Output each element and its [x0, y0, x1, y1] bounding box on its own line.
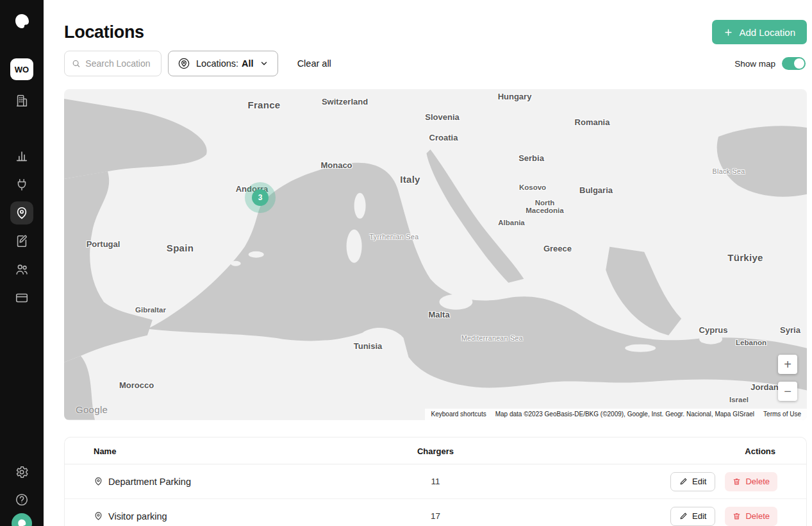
- zoom-in-button[interactable]: +: [778, 355, 797, 374]
- add-location-button[interactable]: Add Location: [712, 20, 807, 44]
- charger-plug-icon: [15, 178, 29, 192]
- pencil-icon: [679, 477, 688, 486]
- zoom-out-button[interactable]: −: [778, 382, 797, 401]
- table-body: Department Parking 11 Edit Delete Visito…: [65, 464, 806, 526]
- google-logo: Google: [76, 404, 108, 415]
- delete-button[interactable]: Delete: [725, 507, 777, 526]
- filter-label: Locations:: [196, 58, 238, 69]
- sidebar-item-installations[interactable]: [14, 233, 29, 249]
- search-input[interactable]: [85, 58, 154, 69]
- location-pin-icon: [94, 511, 103, 521]
- map-label-albania: Albania: [498, 219, 525, 226]
- map-label-spain: Spain: [167, 242, 194, 253]
- column-header-actions: Actions: [487, 446, 807, 456]
- page-header: Locations Add Location: [64, 20, 807, 44]
- map-labels: FranceSwitzerlandHungarySloveniaCroatiaR…: [64, 89, 807, 420]
- map-label-tunisia: Tunisia: [354, 341, 383, 351]
- map-label-mediterranean-sea: Mediterranean Sea: [461, 334, 523, 342]
- row-name: Department Parking: [108, 477, 191, 487]
- chevron-down-icon: [260, 59, 269, 68]
- map-label-monaco: Monaco: [320, 160, 352, 170]
- map-label-switzerland: Switzerland: [322, 97, 368, 106]
- row-name: Visitor parking: [108, 511, 167, 522]
- map-label-morocco: Morocco: [119, 380, 154, 390]
- locations-filter-dropdown[interactable]: Locations: All: [168, 51, 278, 76]
- clear-all-button[interactable]: Clear all: [297, 58, 331, 69]
- map-label-bulgaria: Bulgaria: [579, 185, 613, 195]
- map-cluster[interactable]: 3: [252, 189, 269, 206]
- map-data-attribution: Map data ©2023 GeoBasis-DE/BKG (©2009), …: [495, 411, 754, 418]
- building-icon: [15, 94, 29, 108]
- bar-chart-icon: [15, 149, 29, 163]
- show-map-label: Show map: [734, 59, 775, 69]
- map-label-tyrrhenian-sea: Tyrrhenian Sea: [370, 233, 419, 241]
- location-name-cell: Department Parking: [65, 477, 385, 487]
- main-content: Locations Add Location Locations: All Cl…: [44, 0, 812, 526]
- toggle-knob: [794, 58, 804, 69]
- show-map-toggle[interactable]: [782, 57, 806, 70]
- map-label-syria: Syria: [780, 325, 800, 335]
- sidebar-item-billing[interactable]: [14, 290, 29, 305]
- map-label-cyprus: Cyprus: [699, 325, 728, 335]
- map-label-portugal: Portugal: [87, 239, 120, 249]
- app-logo-icon[interactable]: [13, 12, 31, 30]
- app-root: WO: [0, 0, 812, 526]
- gear-icon: [15, 465, 29, 479]
- document-edit-icon: [15, 234, 29, 248]
- page-title: Locations: [64, 22, 144, 42]
- map-label-lebanon: Lebanon: [736, 339, 766, 346]
- show-map-control: Show map: [734, 57, 807, 70]
- row-actions: Edit Delete: [487, 507, 807, 526]
- edit-button[interactable]: Edit: [670, 507, 715, 526]
- location-pin-icon: [15, 206, 29, 220]
- location-pin-icon: [94, 477, 103, 486]
- edit-button[interactable]: Edit: [670, 472, 715, 491]
- map-label-black-sea: Black Sea: [713, 167, 745, 175]
- row-chargers: 11: [385, 477, 487, 486]
- trash-icon: [733, 477, 741, 486]
- delete-button-label: Delete: [745, 477, 770, 486]
- map-label-malta: Malta: [428, 310, 449, 319]
- pin-circle-icon: [178, 57, 190, 70]
- map-label-serbia: Serbia: [518, 153, 544, 163]
- workspace-badge[interactable]: WO: [10, 58, 33, 80]
- avatar-logo-icon: [17, 518, 27, 526]
- user-avatar[interactable]: [12, 513, 32, 526]
- column-header-name: Name: [65, 446, 385, 456]
- map-label-croatia: Croatia: [429, 133, 458, 142]
- users-icon: [15, 262, 29, 276]
- map-canvas[interactable]: FranceSwitzerlandHungarySloveniaCroatiaR…: [64, 89, 807, 420]
- sidebar-item-help[interactable]: [14, 492, 29, 507]
- sidebar-item-settings[interactable]: [14, 464, 29, 480]
- add-location-label: Add Location: [739, 27, 795, 38]
- map-label-slovenia: Slovenia: [425, 112, 459, 122]
- delete-button-label: Delete: [745, 511, 770, 521]
- table-row: Department Parking 11 Edit Delete: [65, 464, 806, 499]
- sidebar-item-locations[interactable]: [10, 201, 33, 225]
- sidebar-item-analytics[interactable]: [14, 148, 29, 164]
- map-label-greece: Greece: [543, 244, 572, 253]
- sidebar: WO: [0, 0, 44, 526]
- credit-card-icon: [15, 291, 29, 305]
- keyboard-shortcuts-link[interactable]: Keyboard shortcuts: [431, 411, 486, 418]
- cluster-count: 3: [258, 193, 263, 202]
- row-actions: Edit Delete: [487, 472, 807, 491]
- sidebar-item-chargers[interactable]: [14, 177, 29, 192]
- map-label-france: France: [248, 99, 281, 110]
- row-chargers: 17: [385, 511, 487, 521]
- terms-of-use-link[interactable]: Terms of Use: [763, 411, 801, 418]
- map-label-israel: Israel: [729, 396, 749, 403]
- pencil-icon: [679, 512, 688, 520]
- delete-button[interactable]: Delete: [725, 472, 777, 491]
- map-zoom-control: + −: [778, 355, 797, 401]
- sidebar-item-team[interactable]: [14, 262, 29, 277]
- plus-icon: [724, 28, 733, 37]
- map-label-jordan: Jordan: [750, 382, 778, 392]
- edit-button-label: Edit: [692, 477, 706, 486]
- sidebar-item-organization[interactable]: [14, 93, 29, 108]
- help-circle-icon: [15, 493, 29, 507]
- map-label-kosovo: Kosovo: [519, 183, 546, 191]
- locations-table: Name Chargers Actions Department Parking…: [64, 437, 807, 526]
- map-label-north-macedonia: North Macedonia: [526, 199, 563, 214]
- location-name-cell: Visitor parking: [65, 511, 385, 522]
